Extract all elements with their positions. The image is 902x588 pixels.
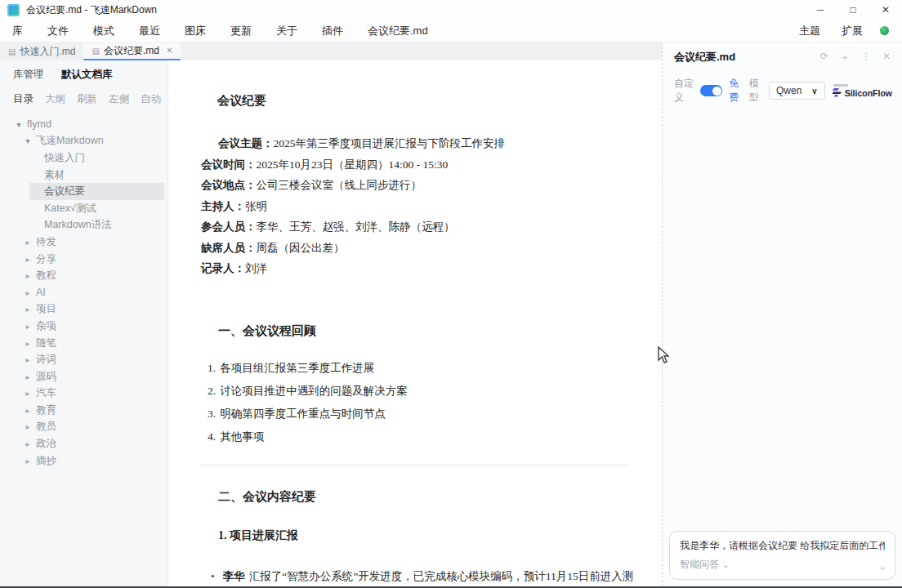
- document: 会议纪要 会议主题：2025年第三季度项目进展汇报与下阶段工作安排 会议时间：2…: [168, 60, 662, 586]
- sidebar-toolbar: 目录 大纲 刷新 左侧 自动: [0, 82, 167, 106]
- toolbar-toc-button[interactable]: 目录: [13, 92, 33, 106]
- speaker-name: 李华: [223, 570, 245, 582]
- toolbar-outline-button[interactable]: 大纲: [45, 92, 65, 106]
- model-label: 模型: [749, 77, 762, 105]
- panel-close-icon[interactable]: ✕: [882, 51, 891, 65]
- tree-folder-project[interactable]: ▸项目: [0, 301, 167, 318]
- menu-image-host[interactable]: 图床: [172, 24, 218, 38]
- tree-folder-misc[interactable]: ▸杂项: [0, 318, 167, 335]
- tab-close-icon[interactable]: ×: [167, 45, 172, 56]
- siliconflow-logo-icon: [832, 88, 842, 97]
- tree-item-markdown-syntax[interactable]: Markdown语法: [0, 217, 167, 234]
- tree-folder-pending[interactable]: ▸待发: [0, 234, 167, 251]
- window-controls: ─ □ ✕: [804, 0, 902, 20]
- menu-extensions[interactable]: 扩展: [831, 24, 873, 38]
- toolbar-refresh-button[interactable]: 刷新: [77, 92, 97, 106]
- tree-folder-teacher[interactable]: ▸教员: [0, 419, 167, 436]
- chevron-right-icon: ▸: [24, 457, 32, 466]
- tree-folder-excerpt[interactable]: ▸摘抄: [0, 452, 167, 470]
- agenda-item: 1.各项目组汇报第三季度工作进展: [208, 357, 629, 380]
- tree-folder-essay[interactable]: ▸随笔: [0, 335, 167, 352]
- tab-label: 会议纪要.md: [104, 44, 159, 58]
- tree-folder-ai[interactable]: ▸AI: [0, 284, 167, 301]
- title-bar: 会议纪要.md - 飞速MarkDown ─ □ ✕: [0, 0, 902, 20]
- sidebar-header: 库管理 默认文档库: [0, 60, 167, 82]
- brand-caption: [833, 84, 848, 87]
- meta-attendees: 参会人员：李华、王芳、赵强、刘洋、陈静（远程）: [201, 216, 629, 238]
- ai-panel-header: 会议纪要.md ⟳ ＋ ⋮ ✕: [663, 42, 902, 65]
- answer-mode-select[interactable]: 智能问答 ⌄: [680, 558, 729, 572]
- tree-folder-cars[interactable]: ▸汽车: [0, 385, 167, 403]
- toolbar-left-button[interactable]: 左侧: [109, 92, 129, 106]
- library-name[interactable]: 默认文档库: [61, 69, 113, 80]
- tree-item-feisu-markdown[interactable]: ▾飞速Markdown: [0, 133, 167, 150]
- minimize-button[interactable]: ─: [804, 0, 837, 20]
- window-title: 会议纪要.md - 飞速MarkDown: [26, 3, 157, 17]
- chevron-right-icon: ▸: [24, 322, 32, 331]
- chevron-right-icon: ▸: [24, 339, 32, 348]
- app-icon: [7, 4, 20, 16]
- document-icon: ▤: [92, 47, 99, 56]
- meta-absent: 缺席人员：周磊（因公出差）: [201, 238, 629, 259]
- plus-icon[interactable]: ＋: [840, 51, 850, 65]
- agenda-item: 4.其他事项: [208, 425, 629, 448]
- bullet-item: • 李华汇报了“智慧办公系统”开发进度，已完成核心模块编码，预计11月15日前进…: [201, 567, 642, 587]
- green-status-icon[interactable]: [880, 26, 889, 35]
- tree-item-flymd[interactable]: ▾flymd: [0, 116, 167, 133]
- meta-location: 会议地点：公司三楼会议室（线上同步进行）: [201, 175, 629, 196]
- section-agenda-heading: 一、会议议程回顾: [201, 323, 629, 339]
- meta-time: 会议时间：2025年10月23日（星期四）14:00 - 15:30: [201, 154, 629, 176]
- editor-pane[interactable]: 会议纪要 会议主题：2025年第三季度项目进展汇报与下阶段工作安排 会议时间：2…: [167, 60, 662, 586]
- subsection-progress-heading: 1. 项目进展汇报: [201, 528, 629, 543]
- tree-folder-politics[interactable]: ▸政治: [0, 435, 167, 452]
- tree-item-material[interactable]: 素材: [0, 167, 167, 184]
- tab-meeting-notes[interactable]: ▤ 会议纪要.md ×: [83, 42, 180, 60]
- chat-input[interactable]: 我是李华，请根据会议纪要 给我拟定后面的工作安排 智能问答 ⌄ ➢: [669, 531, 895, 580]
- agenda-list: 1.各项目组汇报第三季度工作进展 2.讨论项目推进中遇到的问题及解决方案 3.明…: [201, 357, 629, 448]
- menu-current-file[interactable]: 会议纪要.md: [355, 24, 440, 38]
- menu-library[interactable]: 库: [0, 24, 35, 38]
- tree-folder-tutorial[interactable]: ▸教程: [0, 267, 167, 284]
- close-button[interactable]: ✕: [869, 0, 902, 20]
- ai-panel-title: 会议纪要.md: [674, 50, 735, 65]
- agenda-item: 3.明确第四季度工作重点与时间节点: [208, 403, 629, 425]
- menu-update[interactable]: 更新: [218, 24, 264, 38]
- meta-recorder: 记录人：刘洋: [201, 258, 629, 279]
- agenda-item: 2.讨论项目推进中遇到的问题及解决方案: [208, 380, 629, 403]
- chevron-down-icon: ▾: [15, 120, 23, 129]
- tree-item-quick-start[interactable]: 快速入门: [0, 149, 167, 167]
- model-select[interactable]: Qwen ∨: [769, 82, 825, 100]
- menu-recent[interactable]: 最近: [127, 24, 172, 38]
- horizontal-rule: [201, 465, 629, 466]
- free-mode-toggle[interactable]: [700, 85, 722, 96]
- chevron-right-icon: ▸: [24, 389, 32, 398]
- ai-controls: 自定义 免费 模型 Qwen ∨ SiliconFlow: [663, 65, 902, 105]
- chevron-right-icon: ▸: [24, 255, 32, 264]
- chevron-right-icon: ▸: [24, 406, 32, 415]
- document-icon: ▤: [8, 47, 16, 56]
- chevron-right-icon: ▸: [24, 288, 32, 297]
- menu-plugins[interactable]: 插件: [310, 24, 355, 38]
- toolbar-auto-button[interactable]: 自动: [141, 92, 161, 106]
- meta-topic: 会议主题：2025年第三季度项目进展汇报与下阶段工作安排: [201, 133, 629, 154]
- menu-about[interactable]: 关于: [264, 24, 310, 38]
- tree-folder-share[interactable]: ▸分享: [0, 251, 167, 268]
- chevron-right-icon: ▸: [24, 372, 32, 381]
- library-manage-button[interactable]: 库管理: [13, 69, 44, 80]
- chat-input-value: 我是李华，请根据会议纪要 给我拟定后面的工作安排: [680, 540, 885, 551]
- tree-item-katex-test[interactable]: Katex√测试: [0, 200, 167, 217]
- tree-item-meeting-notes[interactable]: 会议纪要: [29, 183, 164, 200]
- menu-theme[interactable]: 主题: [788, 24, 831, 38]
- tree-folder-source-code[interactable]: ▸源码: [0, 368, 167, 385]
- maximize-button[interactable]: □: [837, 0, 869, 20]
- menu-file[interactable]: 文件: [35, 24, 81, 38]
- tab-quick-start[interactable]: ▤ 快速入门.md: [0, 42, 83, 60]
- send-icon[interactable]: ➢: [879, 563, 886, 573]
- tree-folder-education[interactable]: ▸教育: [0, 402, 167, 419]
- more-icon[interactable]: ⋮: [861, 51, 871, 65]
- tree-folder-poetry[interactable]: ▸诗词: [0, 351, 167, 368]
- menu-mode[interactable]: 模式: [81, 24, 127, 38]
- file-tree: ▾flymd ▾飞速Markdown 快速入门 素材 会议纪要 Katex√测试…: [0, 116, 167, 469]
- chevron-right-icon: ▸: [24, 422, 32, 431]
- refresh-icon[interactable]: ⟳: [820, 51, 828, 65]
